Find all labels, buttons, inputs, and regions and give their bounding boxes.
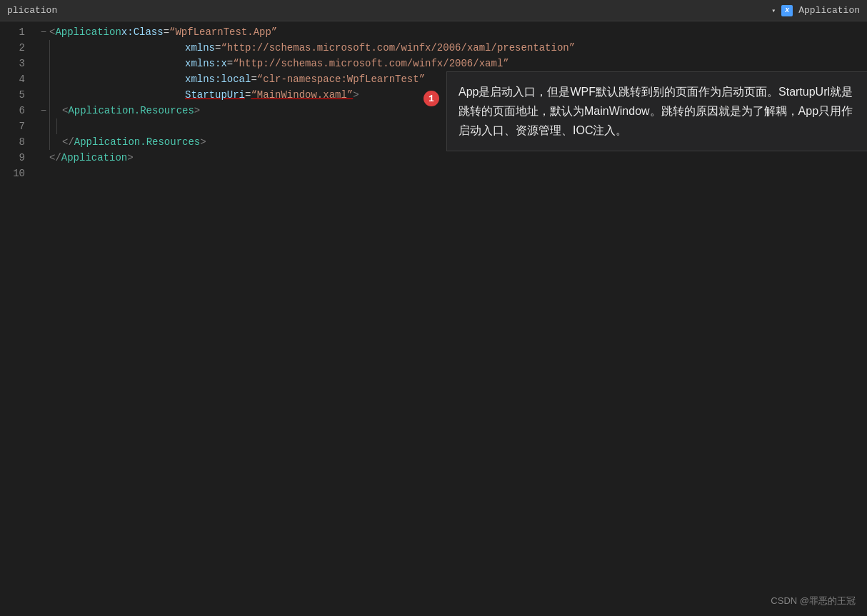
tooltip-popup: App是启动入口，但是WPF默认跳转到别的页面作为启动页面。StartupUrl… xyxy=(446,71,867,151)
line-num-9: 9 xyxy=(0,150,25,166)
attr-xclass: x:Class xyxy=(121,24,164,40)
top-bar-right: ▾ x Application xyxy=(771,5,860,16)
line-numbers: 1 2 3 4 5 6 7 8 9 10 xyxy=(0,21,32,616)
indent-guide-5a xyxy=(49,87,55,103)
line-num-3: 3 xyxy=(0,56,25,71)
collapse-icon-6[interactable]: ─ xyxy=(38,103,49,118)
tag-application: Application xyxy=(55,24,121,40)
spacer-4 xyxy=(56,71,185,87)
indent-6b xyxy=(56,103,62,118)
indent-8b xyxy=(56,134,62,150)
indent-guide-8a xyxy=(49,134,55,150)
code-line-9: </Application> xyxy=(32,150,867,166)
value-xmlns-x: “http://schemas.microsoft.com/winfx/2006… xyxy=(233,56,508,71)
tooltip-badge: 1 xyxy=(424,91,439,106)
dropdown-arrow-icon: ▾ xyxy=(771,6,776,15)
dropdown-button[interactable]: ▾ xyxy=(771,6,776,15)
attr-xmlns-x: xmlns:x xyxy=(185,56,227,71)
indent-guide-4a xyxy=(49,71,55,87)
attr-xmlns-local: xmlns:local xyxy=(185,71,251,87)
equals-4: = xyxy=(251,71,256,87)
indent-guide-6a xyxy=(49,103,55,118)
bracket-6a: < xyxy=(62,103,68,118)
code-line-1: ─ <Application x:Class=“WpfLearnTest.App… xyxy=(32,24,867,40)
value-xmlns: “http://schemas.microsoft.com/winfx/2006… xyxy=(221,40,575,56)
line-num-1: 1 xyxy=(0,24,25,40)
code-line-3: xmlns:x=“http://schemas.microsoft.com/wi… xyxy=(32,56,867,71)
code-line-10 xyxy=(32,166,867,181)
bracket-9b: > xyxy=(127,150,133,166)
code-content[interactable]: ─ <Application x:Class=“WpfLearnTest.App… xyxy=(32,21,867,616)
editor-area: 1 2 3 4 5 6 7 8 9 10 ─ <Application x:Cl… xyxy=(0,21,867,616)
code-line-2: xmlns=“http://schemas.microsoft.com/winf… xyxy=(32,40,867,56)
line-num-7: 7 xyxy=(0,118,25,134)
value-xmlns-local: “clr-namespace:WpfLearnTest” xyxy=(257,71,425,87)
value-class: “WpfLearnTest.App” xyxy=(169,24,277,40)
line-num-10: 10 xyxy=(0,166,25,181)
top-bar: plication ▾ x Application xyxy=(0,0,867,21)
bracket-9a: </ xyxy=(49,150,61,166)
equals-1: = xyxy=(164,24,169,40)
bracket-1a: < xyxy=(49,24,55,40)
equals-2: = xyxy=(215,40,221,56)
tag-appresources-close: Application.Resources xyxy=(74,134,200,150)
file-title-right: Application xyxy=(798,5,860,16)
attr-startupuri: StartupUri xyxy=(185,87,245,103)
indent-guide-7a xyxy=(49,118,55,134)
equals-3: = xyxy=(227,56,233,71)
attr-xmlns: xmlns xyxy=(185,40,215,56)
tag-appresources: Application.Resources xyxy=(68,103,194,118)
indent-guide-2a xyxy=(49,40,55,56)
spacer-2 xyxy=(56,40,185,56)
bracket-5: > xyxy=(353,87,359,103)
bracket-8b: > xyxy=(200,134,206,150)
bracket-8a: </ xyxy=(62,134,74,150)
tag-application-close: Application xyxy=(61,150,127,166)
bracket-6b: > xyxy=(194,103,200,118)
indent-guide-7b xyxy=(56,118,62,134)
watermark: CSDN @罪恶的王冠 xyxy=(771,595,856,607)
top-bar-left: plication xyxy=(7,5,57,16)
value-startupuri: “MainWindow.xaml” xyxy=(251,87,353,103)
file-type-icon: x xyxy=(781,5,793,16)
spacer-3 xyxy=(56,56,185,71)
spacer-5 xyxy=(56,87,185,103)
file-title-left: plication xyxy=(7,5,57,16)
indent-guide-3a xyxy=(49,56,55,71)
line-num-2: 2 xyxy=(0,40,25,56)
equals-5: = xyxy=(245,87,251,103)
collapse-icon-1[interactable]: ─ xyxy=(38,24,49,40)
line-num-8: 8 xyxy=(0,134,25,150)
line-num-4: 4 xyxy=(0,71,25,87)
line-num-6: 6 xyxy=(0,103,25,118)
line-num-5: 5 xyxy=(0,87,25,103)
